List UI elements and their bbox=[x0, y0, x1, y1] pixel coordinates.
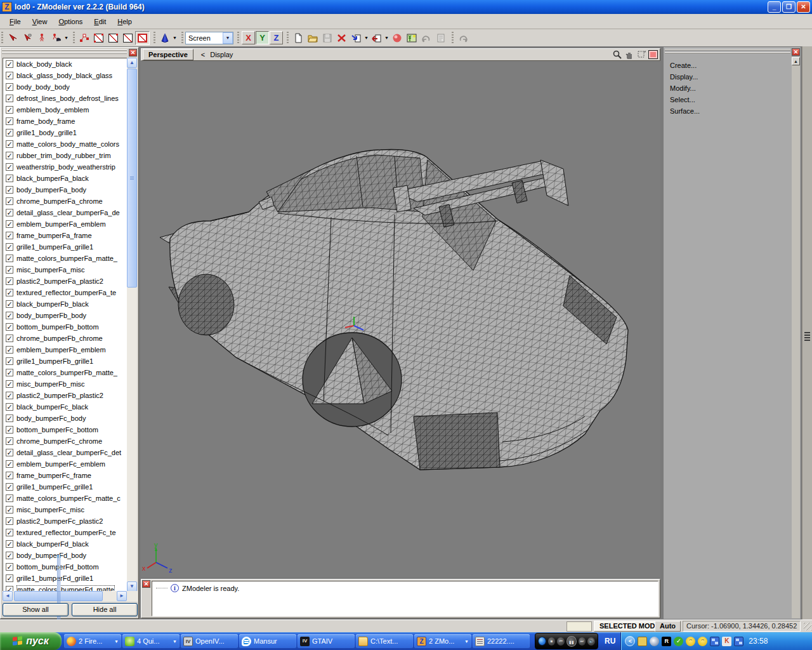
layer-row[interactable]: ✓ plastic2_bumperFc_plastic2 bbox=[3, 515, 128, 527]
minimize-button[interactable]: _ bbox=[768, 1, 781, 13]
layer-row[interactable]: ✓ textured_reflector_bumperFa_te bbox=[3, 287, 128, 298]
menu-view[interactable]: View bbox=[27, 16, 53, 27]
menu-help[interactable]: Help bbox=[112, 16, 138, 27]
cube-edges-icon[interactable] bbox=[106, 31, 121, 45]
tray-collapse-icon[interactable]: < bbox=[625, 636, 635, 646]
task-button[interactable]: 4 Qui... ▼ bbox=[122, 634, 180, 648]
layer-row[interactable]: ✓ chrome_bumperFb_chrome bbox=[3, 333, 128, 344]
command-item[interactable]: Modify... bbox=[670, 83, 700, 94]
layer-row[interactable]: ✓ grille1_bumperFc_grille1 bbox=[3, 481, 128, 493]
layer-checkbox[interactable]: ✓ bbox=[6, 415, 13, 422]
layer-checkbox[interactable]: ✓ bbox=[6, 506, 13, 514]
layer-row[interactable]: ✓ grille1_bumperFb_grille1 bbox=[3, 355, 128, 367]
layer-row[interactable]: ✓ matte_colors_bumperFa_matte_ bbox=[3, 253, 128, 264]
layer-checkbox[interactable]: ✓ bbox=[6, 540, 13, 548]
layer-checkbox[interactable]: ✓ bbox=[6, 209, 13, 216]
select-arrow-icon[interactable] bbox=[5, 31, 20, 45]
menu-file[interactable]: File bbox=[4, 16, 27, 27]
layer-checkbox[interactable]: ✓ bbox=[6, 175, 13, 182]
task-dropdown-icon[interactable]: ▼ bbox=[114, 639, 119, 644]
previous-icon[interactable]: ⏮ bbox=[557, 637, 565, 646]
splitter-grip-icon[interactable] bbox=[804, 332, 810, 341]
save-icon[interactable] bbox=[320, 31, 334, 45]
layer-row[interactable]: ✓ body_bumperFa_body bbox=[3, 184, 128, 196]
layer-row[interactable]: ✓ emblem_bumperFc_emblem bbox=[3, 458, 128, 470]
layer-checkbox[interactable]: ✓ bbox=[6, 494, 13, 502]
redo-icon[interactable] bbox=[455, 31, 470, 45]
layer-checkbox[interactable]: ✓ bbox=[6, 300, 13, 308]
delete-icon[interactable] bbox=[334, 31, 349, 45]
command-item[interactable]: Create... bbox=[670, 60, 700, 71]
vertices-icon[interactable] bbox=[77, 31, 91, 45]
layer-row[interactable]: ✓ bottom_bumperFc_bottom bbox=[3, 424, 128, 435]
layer-row[interactable]: ✓ chrome_bumperFa_chrome bbox=[3, 196, 128, 207]
layer-checkbox[interactable]: ✓ bbox=[6, 380, 13, 388]
network-icon[interactable] bbox=[710, 637, 719, 646]
commands-panel-close-icon[interactable]: ✕ bbox=[792, 48, 800, 56]
command-item[interactable]: Surface... bbox=[670, 105, 700, 117]
import-icon[interactable] bbox=[349, 31, 363, 45]
layer-row[interactable]: ✓ matte_colors_bumperFc_matte_c bbox=[3, 493, 128, 504]
layer-checkbox[interactable]: ✓ bbox=[6, 129, 13, 136]
viewport-maximize-icon[interactable] bbox=[648, 50, 658, 59]
layer-row[interactable]: ✓ detail_glass_clear_bumperFc_det bbox=[3, 447, 128, 458]
scroll-left-icon[interactable]: ◄ bbox=[3, 591, 13, 601]
resize-grip-icon[interactable] bbox=[804, 623, 811, 630]
layer-checkbox[interactable]: ✓ bbox=[6, 403, 13, 411]
qip-smiley2-icon[interactable] bbox=[698, 637, 707, 646]
layer-row[interactable]: ✓ frame_bumperFc_frame bbox=[3, 470, 128, 481]
panel-splitter[interactable] bbox=[802, 46, 812, 620]
layer-checkbox[interactable]: ✓ bbox=[6, 346, 13, 354]
layers-panel-handle[interactable] bbox=[2, 48, 127, 56]
export-icon[interactable] bbox=[369, 31, 384, 45]
layer-checkbox[interactable]: ✓ bbox=[6, 266, 13, 274]
undo-icon[interactable] bbox=[419, 31, 433, 45]
clipboard-icon[interactable] bbox=[638, 637, 647, 646]
layer-row[interactable]: ✓ black_bumperFb_black bbox=[3, 298, 128, 310]
task-button[interactable]: GTAIV ▼ bbox=[298, 634, 355, 648]
layer-checkbox[interactable]: ✓ bbox=[6, 289, 13, 296]
layer-checkbox[interactable]: ✓ bbox=[6, 552, 13, 559]
layer-row[interactable]: ✓ misc_bumperFc_misc bbox=[3, 504, 128, 515]
vscroll-thumb[interactable] bbox=[127, 69, 137, 288]
task-button[interactable]: 2 ZMo... ▼ bbox=[414, 634, 471, 648]
layer-row[interactable]: ✓ bottom_bumperFd_bottom bbox=[3, 561, 128, 573]
layer-row[interactable]: ✓ emblem_body_emblem bbox=[3, 104, 128, 116]
hide-all-button[interactable]: Hide all bbox=[72, 603, 138, 616]
command-item[interactable]: Display... bbox=[670, 71, 700, 83]
layer-row[interactable]: ✓ body_bumperFc_body bbox=[3, 413, 128, 424]
auto-button[interactable]: Auto bbox=[655, 621, 681, 632]
layer-row[interactable]: ✓ weatherstrip_body_weatherstrip bbox=[3, 161, 128, 173]
layer-checkbox[interactable]: ✓ bbox=[6, 163, 13, 171]
task-dropdown-icon[interactable]: ▼ bbox=[464, 639, 469, 644]
pause-icon[interactable]: ▮▮ bbox=[566, 636, 576, 647]
volume-icon[interactable]: 🔊 bbox=[587, 637, 595, 646]
layer-row[interactable]: ✓ body_bumperFd_body bbox=[3, 550, 128, 561]
new-file-icon[interactable] bbox=[291, 31, 305, 45]
layer-checkbox[interactable]: ✓ bbox=[6, 437, 13, 445]
layer-row[interactable]: ✓ body_bumperFb_body bbox=[3, 310, 128, 321]
cube-faces-icon[interactable] bbox=[121, 31, 135, 45]
perspective-button[interactable]: Perspective bbox=[143, 49, 193, 60]
layers-list[interactable]: ✓ black_body_black ✓ black_glass_body_bl… bbox=[3, 58, 128, 592]
layers-vscrollbar[interactable]: ▲ ▼ bbox=[127, 58, 137, 592]
select-mode-icon[interactable] bbox=[49, 31, 63, 45]
restore-button[interactable]: ❐ bbox=[782, 1, 796, 13]
layer-row[interactable]: ✓ frame_bumperFa_frame bbox=[3, 230, 128, 241]
hscroll-thumb[interactable] bbox=[14, 591, 103, 601]
task-button[interactable]: C:\Text... ▼ bbox=[356, 634, 413, 648]
layer-checkbox[interactable]: ✓ bbox=[6, 335, 13, 342]
zoom-icon[interactable] bbox=[612, 50, 622, 60]
open-folder-icon[interactable] bbox=[305, 31, 320, 45]
layer-checkbox[interactable]: ✓ bbox=[6, 243, 13, 251]
layer-row[interactable]: ✓ bottom_bumperFb_bottom bbox=[3, 321, 128, 333]
select-figure-icon[interactable] bbox=[34, 31, 49, 45]
layer-checkbox[interactable]: ✓ bbox=[6, 563, 13, 571]
show-all-button[interactable]: Show all bbox=[3, 603, 69, 616]
layer-checkbox[interactable]: ✓ bbox=[6, 60, 13, 68]
layer-row[interactable]: ✓ grille1_bumperFd_grille1 bbox=[3, 573, 128, 584]
axis-z-button[interactable]: Z bbox=[270, 31, 283, 44]
layer-row[interactable]: ✓ misc_bumperFa_misc bbox=[3, 264, 128, 275]
layer-checkbox[interactable]: ✓ bbox=[6, 255, 13, 262]
command-item[interactable]: Select... bbox=[670, 94, 700, 105]
